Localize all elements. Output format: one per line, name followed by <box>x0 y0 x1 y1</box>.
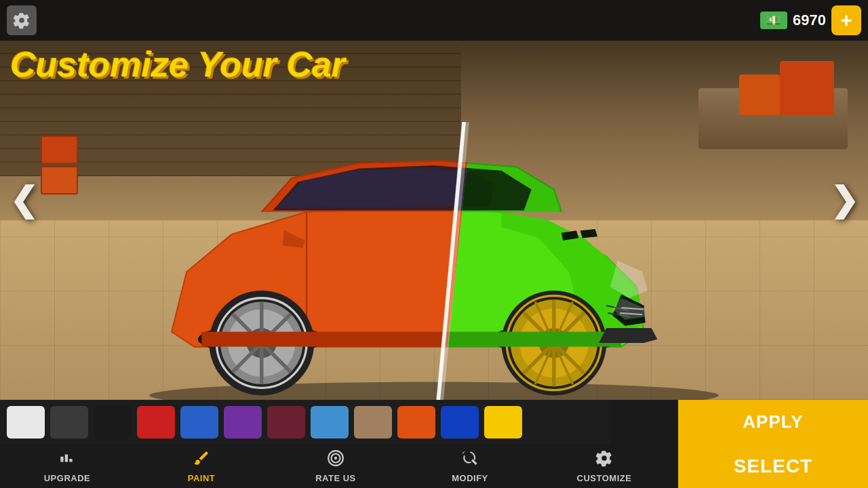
color-swatch-dark-gray[interactable] <box>50 406 88 439</box>
color-swatch-cobalt[interactable] <box>441 406 479 439</box>
color-swatch-light-blue[interactable] <box>311 406 349 439</box>
svg-point-53 <box>334 456 337 459</box>
currency-amount: 6970 <box>793 12 826 29</box>
nav-label-modify: MODIFY <box>452 473 488 483</box>
rateus-icon <box>327 449 344 471</box>
nav-label-rateus: RATE US <box>315 473 356 483</box>
settings-button[interactable] <box>7 5 37 35</box>
nav-item-paint[interactable]: PAINT <box>134 444 269 488</box>
nav-label-customize: CUSTOMIZE <box>577 473 632 483</box>
apply-button[interactable]: APPLY <box>678 400 868 444</box>
color-swatch-purple[interactable] <box>224 406 262 439</box>
color-swatch-bar <box>0 400 610 444</box>
page-title: Customize Your Car <box>10 44 345 85</box>
add-currency-button[interactable]: + <box>831 5 861 35</box>
nav-right-arrow[interactable]: ❯ <box>824 173 865 227</box>
currency-area: 💵 6970 + <box>760 5 861 35</box>
color-swatch-tan[interactable] <box>354 406 392 439</box>
modify-icon <box>461 449 479 471</box>
paint-icon <box>193 449 210 471</box>
color-swatch-yellow[interactable] <box>484 406 522 439</box>
select-button[interactable]: SELECT <box>678 444 868 488</box>
color-swatch-blue[interactable] <box>180 406 218 439</box>
color-swatch-orange[interactable] <box>397 406 435 439</box>
nav-item-upgrade[interactable]: UPGRADE <box>0 444 134 488</box>
nav-item-modify[interactable]: MODIFY <box>403 444 537 488</box>
car-svg <box>61 122 807 400</box>
color-swatch-dark-red[interactable] <box>267 406 305 439</box>
nav-label-upgrade: UPGRADE <box>44 473 91 483</box>
car-scene: ❮ ❯ Customize Your Car <box>0 0 868 400</box>
top-bar: 💵 6970 + <box>0 0 868 41</box>
money-icon: 💵 <box>760 12 787 29</box>
car-display <box>54 41 814 400</box>
nav-left-arrow[interactable]: ❮ <box>3 173 44 227</box>
upgrade-icon <box>58 449 76 471</box>
color-swatch-white[interactable] <box>7 406 45 439</box>
color-swatch-black[interactable] <box>94 406 132 439</box>
gear-icon <box>13 12 31 29</box>
nav-label-paint: PAINT <box>188 473 216 483</box>
customize-icon <box>595 449 613 471</box>
color-swatch-red[interactable] <box>137 406 175 439</box>
nav-item-rateus[interactable]: RATE US <box>269 444 403 488</box>
